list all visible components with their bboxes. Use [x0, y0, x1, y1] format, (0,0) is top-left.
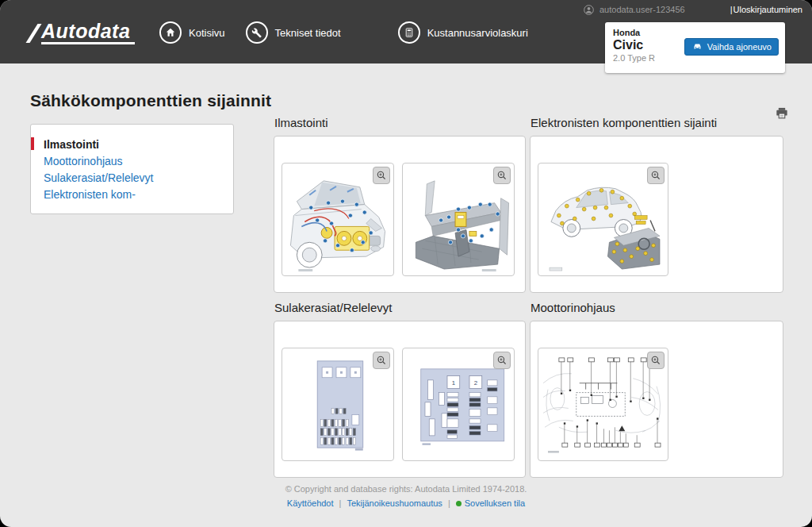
- sidebar-item-sulakerasiat[interactable]: Sulakerasiat/Relelevyt: [31, 170, 233, 186]
- footer-link-label: Sovelluksen tila: [465, 498, 525, 508]
- username: autodata.user-123456: [599, 5, 685, 14]
- sidebar-menu: Ilmastointi Moottorinohjaus Sulakerasiat…: [30, 124, 234, 214]
- sidebar-item-elektronisten[interactable]: Elektronisten kom-: [31, 187, 233, 202]
- footer-link-kayttoehdot[interactable]: Käyttöehdot: [287, 498, 334, 508]
- thumbnail-ac-interior[interactable]: [402, 163, 515, 276]
- section-panel: [530, 321, 783, 478]
- car-icon: [691, 42, 703, 52]
- section-panel: [530, 136, 783, 293]
- thumbnail-electronic-components[interactable]: [538, 163, 668, 276]
- home-icon: [159, 21, 182, 44]
- nav-item-home[interactable]: Kotisivu: [159, 21, 225, 44]
- thumbnail-engine-management[interactable]: [538, 348, 668, 461]
- change-vehicle-button[interactable]: Vaihda ajoneuvo: [684, 38, 779, 56]
- logo-swoosh-shape: [26, 24, 42, 43]
- vehicle-card: Honda Civic 2.0 Type R Vaihda ajoneuvo: [605, 22, 785, 73]
- nav-item-cost-calculator[interactable]: Kustannusarviolaskuri: [398, 21, 528, 44]
- wrench-icon: [246, 21, 268, 44]
- svg-text:1: 1: [452, 379, 455, 387]
- autodata-logo[interactable]: Autodata: [32, 21, 135, 44]
- logo-text: Autodata: [41, 21, 135, 44]
- status-dot: [456, 501, 462, 506]
- footer-link-sovelluksen-tila[interactable]: Sovelluksen tila: [456, 498, 525, 508]
- logout-separator: |: [730, 5, 733, 14]
- footer-separator: |: [339, 498, 342, 508]
- zoom-thumbnail-button[interactable]: [493, 352, 511, 369]
- section-ilmastointi: Ilmastointi: [274, 116, 526, 293]
- zoom-thumbnail-button[interactable]: [493, 167, 511, 184]
- section-title: Ilmastointi: [274, 116, 526, 129]
- nav-label: Kotisivu: [189, 27, 225, 39]
- zoom-thumbnail-button[interactable]: [373, 167, 390, 184]
- section-moottorinohjaus: Moottorinohjaus: [530, 301, 783, 478]
- calculator-icon: [398, 21, 420, 44]
- change-vehicle-label: Vaihda ajoneuvo: [707, 42, 772, 52]
- content-area: Ilmastointi: [274, 116, 783, 481]
- section-title: Elektronisten komponenttien sijainti: [530, 116, 783, 129]
- thumbnail-fusebox-engine[interactable]: 1 2: [402, 348, 515, 461]
- nav-item-technical-info[interactable]: Tekniset tiedot: [246, 21, 341, 44]
- nav-label: Tekniset tiedot: [275, 27, 341, 39]
- footer-links: Käyttöehdot | Tekijänoikeushuomautus | S…: [0, 498, 812, 508]
- zoom-thumbnail-button[interactable]: [647, 352, 665, 369]
- zoom-thumbnail-button[interactable]: [373, 352, 390, 369]
- page-title: Sähkökomponenttien sijainnit: [30, 91, 271, 110]
- magnifier-plus-icon: [650, 170, 661, 181]
- footer-link-tekijanoikeushuomautus[interactable]: Tekijänoikeushuomautus: [347, 498, 442, 508]
- svg-text:2: 2: [474, 379, 477, 387]
- section-title: Sulakerasiat/Relelevyt: [274, 301, 526, 314]
- logout-link[interactable]: | Uloskirjautuminen: [730, 5, 802, 14]
- sidebar-item-moottorinohjaus[interactable]: Moottorinohjaus: [31, 153, 233, 169]
- footer: © Copyright and database rights: Autodat…: [0, 484, 812, 508]
- vehicle-make: Honda: [613, 28, 777, 38]
- section-title: Moottorinohjaus: [530, 301, 783, 314]
- app-window: autodata.user-123456 | Uloskirjautuminen…: [0, 0, 812, 527]
- magnifier-plus-icon: [496, 170, 508, 181]
- user-icon: [583, 4, 595, 16]
- magnifier-plus-icon: [496, 355, 508, 366]
- nav-label: Kustannusarviolaskuri: [427, 27, 528, 39]
- footer-separator: |: [448, 498, 450, 508]
- section-elektronisten-komponenttien-sijainti: Elektronisten komponenttien sijainti: [530, 116, 783, 293]
- section-sulakerasiat-relelevyt: Sulakerasiat/Relelevyt: [274, 301, 526, 478]
- zoom-thumbnail-button[interactable]: [647, 167, 665, 184]
- magnifier-plus-icon: [650, 355, 661, 366]
- thumbnail-fusebox-interior[interactable]: [282, 348, 394, 461]
- logout-label: Uloskirjautuminen: [733, 5, 802, 14]
- magnifier-plus-icon: [376, 355, 387, 366]
- magnifier-plus-icon: [376, 170, 387, 181]
- section-panel: 1 2: [274, 321, 526, 478]
- copyright-text: © Copyright and database rights: Autodat…: [0, 484, 812, 494]
- thumbnail-ac-engine-bay[interactable]: [282, 163, 394, 276]
- user-row: autodata.user-123456 | Uloskirjautuminen: [583, 3, 802, 16]
- section-panel: [274, 136, 526, 293]
- sidebar-item-ilmastointi[interactable]: Ilmastointi: [31, 137, 233, 152]
- main-nav: Kotisivu Tekniset tiedot: [159, 21, 528, 44]
